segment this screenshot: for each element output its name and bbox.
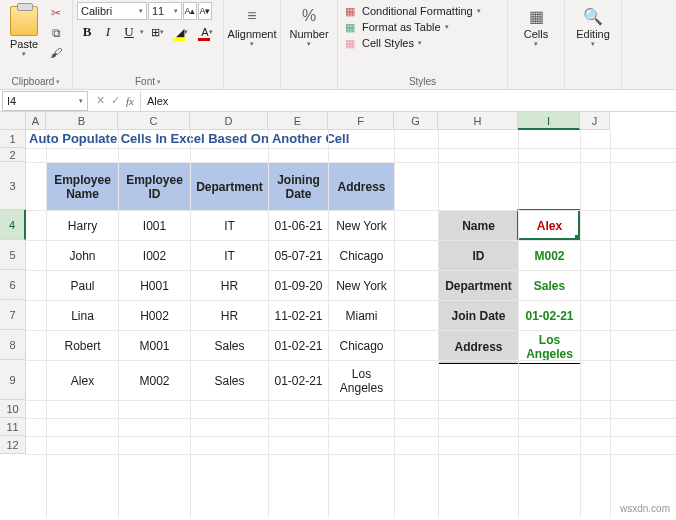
row-header-3[interactable]: 3 <box>0 162 26 210</box>
lookup-value[interactable]: Sales <box>519 271 581 301</box>
col-header-J[interactable]: J <box>580 112 610 130</box>
table-cell[interactable]: Sales <box>191 361 269 401</box>
font-size-value: 11 <box>152 5 164 17</box>
row-header-9[interactable]: 9 <box>0 360 26 400</box>
font-name-combo[interactable]: Calibri▾ <box>77 2 147 20</box>
table-cell[interactable]: Chicago <box>329 331 395 361</box>
table-cell[interactable]: Robert <box>47 331 119 361</box>
col-header-I[interactable]: I <box>518 112 580 130</box>
table-cell[interactable]: IT <box>191 211 269 241</box>
col-header-H[interactable]: H <box>438 112 518 130</box>
enter-icon[interactable]: ✓ <box>111 94 120 107</box>
table-cell[interactable]: 01-02-21 <box>269 331 329 361</box>
cellstyles-label: Cell Styles <box>362 37 414 49</box>
table-cell[interactable]: HR <box>191 301 269 331</box>
paste-button[interactable]: Paste ▾ <box>4 2 44 62</box>
formula-input[interactable]: Alex <box>140 91 676 111</box>
lookup-table: NameAlexIDM002DepartmentSalesJoin Date01… <box>438 210 581 364</box>
table-cell[interactable]: H001 <box>119 271 191 301</box>
editing-label: Editing <box>576 28 610 40</box>
copy-button[interactable]: ⧉ <box>46 24 66 42</box>
borders-button[interactable]: ⊞▾ <box>145 22 169 42</box>
cells-button[interactable]: ▦Cells▾ <box>512 2 560 48</box>
cell-styles-button[interactable]: ▦Cell Styles▾ <box>342 36 422 50</box>
col-header-C[interactable]: C <box>118 112 190 130</box>
number-button[interactable]: %Number▾ <box>285 2 333 48</box>
table-cell[interactable]: Miami <box>329 301 395 331</box>
table-cell[interactable]: H002 <box>119 301 191 331</box>
row-header-12[interactable]: 12 <box>0 436 26 454</box>
table-cell[interactable]: Paul <box>47 271 119 301</box>
table-cell[interactable]: 01-06-21 <box>269 211 329 241</box>
row-header-8[interactable]: 8 <box>0 330 26 360</box>
col-header-A[interactable]: A <box>26 112 46 130</box>
table-cell[interactable]: 01-02-21 <box>269 361 329 401</box>
increase-font-button[interactable]: A▴ <box>183 2 197 20</box>
table-cell[interactable]: M002 <box>119 361 191 401</box>
col-header-E[interactable]: E <box>268 112 328 130</box>
row-header-10[interactable]: 10 <box>0 400 26 418</box>
column-headers[interactable]: ABCDEFGHIJ <box>26 112 676 130</box>
row-headers[interactable]: 123456789101112 <box>0 130 26 454</box>
find-icon: 🔍 <box>581 4 605 28</box>
table-cell[interactable]: Sales <box>191 331 269 361</box>
table-cell[interactable]: IT <box>191 241 269 271</box>
table-cell[interactable]: HR <box>191 271 269 301</box>
table-cell[interactable]: Alex <box>47 361 119 401</box>
bold-button[interactable]: B <box>77 22 97 42</box>
row-header-2[interactable]: 2 <box>0 148 26 162</box>
table-cell[interactable]: 05-07-21 <box>269 241 329 271</box>
lookup-value[interactable]: 01-02-21 <box>519 301 581 331</box>
table-cell[interactable]: Harry <box>47 211 119 241</box>
row-header-4[interactable]: 4 <box>0 210 26 240</box>
font-color-letter: A <box>201 26 208 38</box>
col-header-B[interactable]: B <box>46 112 118 130</box>
cancel-icon[interactable]: ✕ <box>96 94 105 107</box>
row-header-7[interactable]: 7 <box>0 300 26 330</box>
col-header-D[interactable]: D <box>190 112 268 130</box>
lookup-key: Name <box>439 211 519 241</box>
conditional-formatting-button[interactable]: ▦Conditional Formatting▾ <box>342 4 481 18</box>
chevron-down-icon[interactable]: ▾ <box>140 28 144 36</box>
table-cell[interactable]: New York <box>329 271 395 301</box>
table-cell[interactable]: 01-09-20 <box>269 271 329 301</box>
font-color-button[interactable]: A▾ <box>195 22 219 42</box>
table-cell[interactable]: Lina <box>47 301 119 331</box>
format-as-table-button[interactable]: ▦Format as Table▾ <box>342 20 449 34</box>
lookup-value[interactable]: Alex <box>519 211 581 241</box>
cells-area[interactable]: Auto Populate Cells In Excel Based On An… <box>26 130 676 518</box>
format-painter-button[interactable]: 🖌 <box>46 44 66 62</box>
name-box[interactable]: I4▾ <box>2 91 88 111</box>
fill-color-button[interactable]: ◢▾ <box>170 22 194 42</box>
table-cell[interactable]: Chicago <box>329 241 395 271</box>
paste-label: Paste <box>10 38 38 50</box>
fx-icon[interactable]: fx <box>126 95 134 107</box>
lookup-value[interactable]: M002 <box>519 241 581 271</box>
dialog-launcher-icon[interactable]: ▾ <box>157 78 161 86</box>
table-cell[interactable]: I002 <box>119 241 191 271</box>
table-header: Department <box>191 163 269 211</box>
row-header-11[interactable]: 11 <box>0 418 26 436</box>
table-cell[interactable]: New York <box>329 211 395 241</box>
col-header-G[interactable]: G <box>394 112 438 130</box>
table-cell[interactable]: M001 <box>119 331 191 361</box>
row-header-6[interactable]: 6 <box>0 270 26 300</box>
cut-button[interactable]: ✂ <box>46 4 66 22</box>
font-size-combo[interactable]: 11▾ <box>148 2 182 20</box>
row-header-1[interactable]: 1 <box>0 130 26 148</box>
dialog-launcher-icon[interactable]: ▾ <box>56 78 60 86</box>
underline-button[interactable]: U <box>119 22 139 42</box>
italic-button[interactable]: I <box>98 22 118 42</box>
editing-button[interactable]: 🔍Editing▾ <box>569 2 617 48</box>
table-cell[interactable]: I001 <box>119 211 191 241</box>
worksheet-grid[interactable]: ABCDEFGHIJ 123456789101112 Auto Populate… <box>0 112 676 518</box>
select-all-corner[interactable] <box>0 112 26 130</box>
alignment-button[interactable]: ≡Alignment▾ <box>228 2 276 48</box>
row-header-5[interactable]: 5 <box>0 240 26 270</box>
table-cell[interactable]: 11-02-21 <box>269 301 329 331</box>
col-header-F[interactable]: F <box>328 112 394 130</box>
table-cell[interactable]: Los Angeles <box>329 361 395 401</box>
lookup-value[interactable]: Los Angeles <box>519 331 581 364</box>
table-cell[interactable]: John <box>47 241 119 271</box>
decrease-font-button[interactable]: A▾ <box>198 2 212 20</box>
